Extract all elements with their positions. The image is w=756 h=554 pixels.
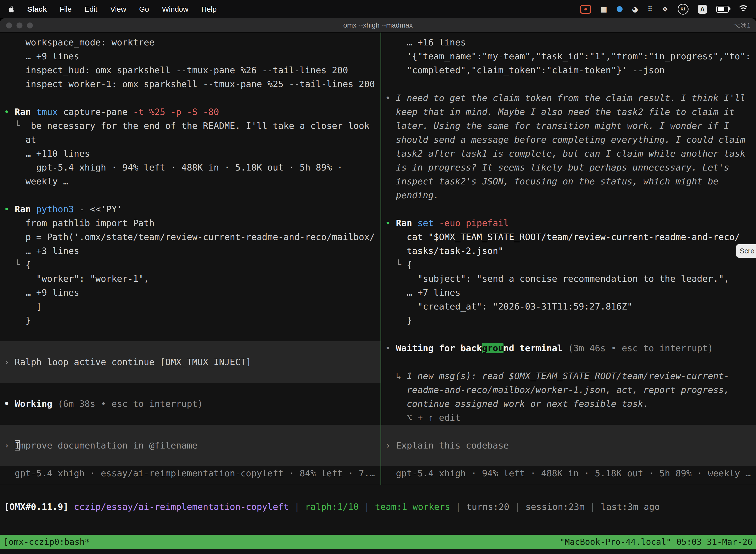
menu-help[interactable]: Help — [201, 5, 217, 13]
terminal-line: continue assigned work or next feasible … — [385, 397, 756, 411]
screen-recording-indicator-icon[interactable] — [580, 5, 591, 14]
terminal-line — [4, 327, 380, 341]
terminal-text-segment: session:23m — [525, 502, 584, 512]
terminal-line: └ { — [4, 258, 380, 272]
menu-window[interactable]: Window — [162, 5, 189, 13]
terminal-line — [385, 202, 756, 216]
terminal-line: └ { — [385, 258, 756, 272]
terminal-text-segment — [412, 218, 418, 228]
terminal-text-segment: | — [585, 502, 601, 512]
terminal-line: pending. — [385, 188, 756, 202]
menu-bar: Slack File Edit View Go Window Help ▦ ◕ … — [0, 0, 756, 18]
terminal-text-segment: be necessary for the end of the README. … — [31, 121, 369, 131]
terminal-line — [4, 188, 380, 202]
terminal-text-segment: (3m 46s • esc to interrupt) — [563, 343, 713, 353]
terminal-text-segment: task2 after task1 is complete, but can I… — [385, 149, 745, 159]
terminal-text-segment — [434, 218, 439, 228]
ralph-loop-banner: › Ralph loop active continue [OMX_TMUX_I… — [0, 341, 380, 383]
apple-logo-icon[interactable] — [7, 5, 16, 14]
terminal-text-segment: { — [25, 260, 31, 270]
menu-go[interactable]: Go — [139, 5, 149, 13]
terminal-line: "worker": "worker-1", — [4, 272, 380, 286]
pane-status-line: gpt-5.4 xhigh · essay/ai-reimplementatio… — [4, 466, 380, 480]
wifi-icon[interactable] — [738, 5, 749, 13]
prompt-suggestion[interactable]: › Explain this codebase — [381, 425, 756, 466]
terminal-text-segment: tmux — [36, 107, 58, 117]
apps-grid-icon[interactable]: ⠿ — [647, 5, 652, 13]
window-title: omx --xhigh --madmax — [343, 21, 413, 29]
terminal-text-segment: ralph:1/10 — [305, 502, 359, 512]
terminal-text-segment: • Working — [4, 399, 58, 409]
battery-percentage-badge[interactable]: 61 — [678, 4, 689, 15]
terminal-line: • I need to get the claim token from the… — [385, 91, 756, 105]
terminal-text-segment: "subject": "send a concise recommendatio… — [385, 274, 729, 284]
terminal-content: workspace_mode: worktree … +9 lines insp… — [0, 33, 756, 554]
prompt-input[interactable]: › Improve documentation in @filename — [0, 425, 380, 466]
terminal-text-segment: gpt-5.4 xhigh · essay/ai-reimplementatio… — [4, 468, 375, 478]
terminal-text-segment: pending. — [385, 190, 439, 200]
terminal-text-segment: p = Path('.omx/state/team/review-current… — [4, 232, 375, 242]
terminal-text-segment: … +110 lines — [4, 149, 90, 159]
terminal-text-segment: tasks/task-2.json" — [385, 246, 504, 256]
terminal-text-segment: └ — [4, 260, 25, 270]
window-grid-icon[interactable]: ▦ — [601, 5, 607, 13]
terminal-text-segment: "created_at": "2026-03-31T11:59:27.816Z" — [385, 301, 632, 312]
left-pane[interactable]: workspace_mode: worktree … +9 lines insp… — [0, 33, 380, 485]
menu-edit[interactable]: Edit — [84, 5, 98, 13]
terminal-text-segment — [31, 204, 36, 214]
terminal-text-segment: later. Using the same for transition mig… — [385, 121, 729, 131]
terminal-text-segment: cat "$OMX_TEAM_STATE_ROOT/team/review-cu… — [385, 232, 740, 242]
pane-status-line: gpt-5.4 xhigh · 94% left · 488K in · 5.1… — [385, 466, 756, 480]
input-source-icon[interactable]: A — [698, 5, 707, 14]
terminal-text-segment: 1 new msg(s): read $OMX_TEAM_STATE_ROOT/… — [407, 371, 729, 381]
zoom-button[interactable] — [27, 22, 33, 29]
clock-icon[interactable]: ◕ — [632, 5, 638, 13]
terminal-text-segment: › — [4, 440, 15, 450]
right-pane[interactable]: … +16 lines '{"team_name":"my-team","tas… — [381, 33, 756, 485]
terminal-text-segment: • — [385, 218, 396, 228]
terminal-text-segment: Ran — [15, 204, 31, 214]
menu-file[interactable]: File — [60, 5, 71, 13]
terminal-window: omx --xhigh --madmax ⌥⌘1 workspace_mode:… — [0, 18, 756, 554]
terminal-line: ] — [4, 299, 380, 314]
terminal-text-segment: I need to get the claim token from the c… — [396, 93, 745, 103]
menu-view[interactable]: View — [110, 5, 126, 13]
terminal-text-segment: keep that in mind. Maybe I also need the… — [385, 107, 735, 117]
battery-icon[interactable] — [716, 6, 729, 13]
terminal-text-segment — [31, 107, 36, 117]
terminal-text-segment: … +16 lines — [385, 37, 466, 47]
terminal-text-segment: [OMX#0.11.9] — [4, 502, 74, 512]
tmux-host-clock: "MacBook-Pro-44.local" 05:03 31-Mar-26 — [560, 537, 753, 547]
terminal-text-segment: I — [15, 440, 20, 450]
terminal-line — [4, 411, 380, 425]
terminal-text-segment: Explain this codebase — [396, 440, 509, 450]
terminal-line — [385, 77, 756, 91]
terminal-line — [385, 327, 756, 341]
screen-share-clipped-button[interactable]: Scre — [736, 244, 756, 258]
diamond-app-icon[interactable]: ❖ — [662, 5, 668, 13]
tmux-panes: workspace_mode: worktree … +9 lines insp… — [0, 33, 756, 485]
terminal-line: ⌥ + ↑ edit — [385, 411, 756, 425]
terminal-text-segment: "worker": "worker-1", — [4, 274, 149, 284]
active-app-name[interactable]: Slack — [27, 5, 47, 13]
terminal-line: inspect_worker-1: omx sparkshell --tmux-… — [4, 77, 380, 91]
terminal-text-segment: › — [4, 357, 15, 367]
terminal-line: inspect task2's JSON, focusing on the st… — [385, 174, 756, 188]
tmux-status-bar: [omx-cczip0:bash* "MacBook-Pro-44.local"… — [0, 535, 756, 549]
terminal-text-segment: | — [509, 502, 525, 512]
right-pane-lines: … +16 lines '{"team_name":"my-team","tas… — [385, 36, 756, 480]
terminal-line: "completed","claim_token":"claim-token"}… — [385, 63, 756, 77]
terminal-text-segment: should send a message before completing … — [385, 134, 745, 145]
window-titlebar[interactable]: omx --xhigh --madmax ⌥⌘1 — [0, 18, 756, 33]
terminal-line: • Ran python3 - <<'PY' — [4, 202, 380, 216]
close-button[interactable] — [6, 22, 12, 29]
minimize-button[interactable] — [16, 22, 22, 29]
terminal-line: … +110 lines — [4, 147, 380, 161]
terminal-line: • Waiting for background terminal (3m 46… — [385, 341, 756, 355]
terminal-text-segment: "completed","claim_token":"claim-token"}… — [385, 65, 665, 75]
terminal-text-segment: mprove documentation in @filename — [20, 440, 197, 450]
terminal-text-segment: capture-pane — [58, 107, 133, 117]
terminal-line: … +9 lines — [4, 286, 380, 299]
terminal-text-segment: at — [4, 134, 36, 145]
blue-app-icon[interactable] — [617, 6, 623, 12]
